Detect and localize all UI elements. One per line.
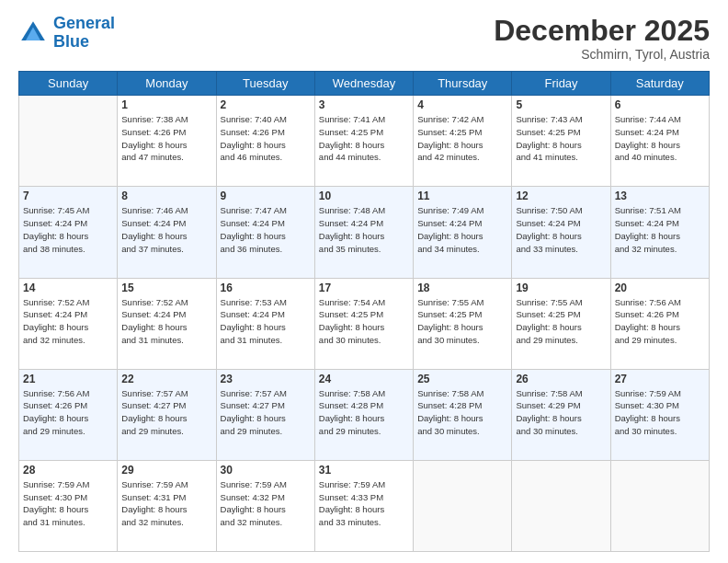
day-info: Sunrise: 7:54 AMSunset: 4:25 PMDaylight:… (319, 296, 409, 347)
day-number: 21 (23, 373, 113, 385)
day-info: Sunrise: 7:40 AMSunset: 4:26 PMDaylight:… (221, 113, 311, 164)
logo-line1: General (53, 14, 115, 32)
table-cell: 3Sunrise: 7:41 AMSunset: 4:25 PMDaylight… (314, 96, 413, 187)
day-info: Sunrise: 7:58 AMSunset: 4:29 PMDaylight:… (516, 387, 606, 438)
table-cell: 28Sunrise: 7:59 AMSunset: 4:30 PMDayligh… (19, 460, 118, 551)
calendar-week-row: 1Sunrise: 7:38 AMSunset: 4:26 PMDaylight… (19, 96, 710, 187)
table-cell: 14Sunrise: 7:52 AMSunset: 4:24 PMDayligh… (19, 278, 118, 369)
table-cell: 1Sunrise: 7:38 AMSunset: 4:26 PMDaylight… (118, 96, 216, 187)
day-info: Sunrise: 7:50 AMSunset: 4:24 PMDaylight:… (516, 204, 606, 255)
table-cell (414, 460, 512, 551)
day-number: 1 (121, 98, 211, 111)
day-number: 19 (516, 282, 606, 294)
table-cell (610, 460, 709, 551)
table-cell: 29Sunrise: 7:59 AMSunset: 4:31 PMDayligh… (118, 460, 216, 551)
day-number: 16 (221, 282, 311, 294)
day-info: Sunrise: 7:48 AMSunset: 4:24 PMDaylight:… (319, 204, 409, 255)
day-number: 9 (221, 190, 311, 202)
day-info: Sunrise: 7:55 AMSunset: 4:25 PMDaylight:… (516, 296, 606, 347)
day-number: 27 (615, 373, 705, 385)
calendar-table: Sunday Monday Tuesday Wednesday Thursday… (18, 71, 710, 552)
day-number: 12 (516, 190, 606, 202)
table-cell: 24Sunrise: 7:58 AMSunset: 4:28 PMDayligh… (314, 369, 413, 460)
table-cell: 25Sunrise: 7:58 AMSunset: 4:28 PMDayligh… (414, 369, 512, 460)
logo-icon (18, 18, 48, 48)
table-cell: 22Sunrise: 7:57 AMSunset: 4:27 PMDayligh… (118, 369, 216, 460)
table-cell: 13Sunrise: 7:51 AMSunset: 4:24 PMDayligh… (610, 187, 709, 278)
calendar-week-row: 7Sunrise: 7:45 AMSunset: 4:24 PMDaylight… (19, 187, 710, 278)
col-monday: Monday (118, 72, 216, 96)
day-number: 4 (417, 98, 507, 111)
day-info: Sunrise: 7:57 AMSunset: 4:27 PMDaylight:… (221, 387, 311, 438)
table-cell: 4Sunrise: 7:42 AMSunset: 4:25 PMDaylight… (414, 96, 512, 187)
day-info: Sunrise: 7:59 AMSunset: 4:31 PMDaylight:… (121, 478, 211, 529)
day-number: 11 (417, 190, 507, 202)
day-info: Sunrise: 7:49 AMSunset: 4:24 PMDaylight:… (417, 204, 507, 255)
day-number: 29 (121, 464, 211, 477)
day-number: 13 (615, 190, 705, 202)
day-info: Sunrise: 7:47 AMSunset: 4:24 PMDaylight:… (221, 204, 311, 255)
day-number: 23 (221, 373, 311, 385)
calendar-week-row: 21Sunrise: 7:56 AMSunset: 4:26 PMDayligh… (19, 369, 710, 460)
day-number: 2 (221, 98, 311, 111)
day-info: Sunrise: 7:43 AMSunset: 4:25 PMDaylight:… (516, 113, 606, 164)
table-cell: 16Sunrise: 7:53 AMSunset: 4:24 PMDayligh… (216, 278, 314, 369)
table-cell: 18Sunrise: 7:55 AMSunset: 4:25 PMDayligh… (414, 278, 512, 369)
day-number: 20 (615, 282, 705, 294)
day-info: Sunrise: 7:44 AMSunset: 4:24 PMDaylight:… (615, 113, 705, 164)
day-info: Sunrise: 7:41 AMSunset: 4:25 PMDaylight:… (319, 113, 409, 164)
logo-text: General Blue (53, 15, 115, 52)
day-number: 26 (516, 373, 606, 385)
calendar-header-row: Sunday Monday Tuesday Wednesday Thursday… (19, 72, 710, 96)
table-cell: 26Sunrise: 7:58 AMSunset: 4:29 PMDayligh… (512, 369, 610, 460)
day-number: 5 (516, 98, 606, 111)
table-cell (19, 96, 118, 187)
day-info: Sunrise: 7:59 AMSunset: 4:33 PMDaylight:… (319, 478, 409, 529)
table-cell: 7Sunrise: 7:45 AMSunset: 4:24 PMDaylight… (19, 187, 118, 278)
table-cell (512, 460, 610, 551)
table-cell: 23Sunrise: 7:57 AMSunset: 4:27 PMDayligh… (216, 369, 314, 460)
col-thursday: Thursday (414, 72, 512, 96)
day-info: Sunrise: 7:59 AMSunset: 4:30 PMDaylight:… (23, 478, 113, 529)
table-cell: 2Sunrise: 7:40 AMSunset: 4:26 PMDaylight… (216, 96, 314, 187)
table-cell: 17Sunrise: 7:54 AMSunset: 4:25 PMDayligh… (314, 278, 413, 369)
day-info: Sunrise: 7:56 AMSunset: 4:26 PMDaylight:… (23, 387, 113, 438)
day-number: 22 (121, 373, 211, 385)
day-info: Sunrise: 7:45 AMSunset: 4:24 PMDaylight:… (23, 204, 113, 255)
day-number: 17 (319, 282, 409, 294)
table-cell: 30Sunrise: 7:59 AMSunset: 4:32 PMDayligh… (216, 460, 314, 551)
day-number: 25 (417, 373, 507, 385)
table-cell: 27Sunrise: 7:59 AMSunset: 4:30 PMDayligh… (610, 369, 709, 460)
day-info: Sunrise: 7:42 AMSunset: 4:25 PMDaylight:… (417, 113, 507, 164)
table-cell: 11Sunrise: 7:49 AMSunset: 4:24 PMDayligh… (414, 187, 512, 278)
table-cell: 5Sunrise: 7:43 AMSunset: 4:25 PMDaylight… (512, 96, 610, 187)
title-block: December 2025 Schmirn, Tyrol, Austria (494, 15, 710, 62)
day-number: 14 (23, 282, 113, 294)
day-number: 30 (221, 464, 311, 477)
table-cell: 20Sunrise: 7:56 AMSunset: 4:26 PMDayligh… (610, 278, 709, 369)
col-wednesday: Wednesday (314, 72, 413, 96)
day-number: 7 (23, 190, 113, 202)
day-number: 15 (121, 282, 211, 294)
day-info: Sunrise: 7:38 AMSunset: 4:26 PMDaylight:… (121, 113, 211, 164)
table-cell: 8Sunrise: 7:46 AMSunset: 4:24 PMDaylight… (118, 187, 216, 278)
day-number: 3 (319, 98, 409, 111)
day-info: Sunrise: 7:56 AMSunset: 4:26 PMDaylight:… (615, 296, 705, 347)
logo: General Blue (18, 15, 115, 52)
day-number: 8 (121, 190, 211, 202)
day-info: Sunrise: 7:52 AMSunset: 4:24 PMDaylight:… (121, 296, 211, 347)
day-number: 24 (319, 373, 409, 385)
col-friday: Friday (512, 72, 610, 96)
col-sunday: Sunday (19, 72, 118, 96)
page: General Blue December 2025 Schmirn, Tyro… (0, 0, 728, 563)
table-cell: 15Sunrise: 7:52 AMSunset: 4:24 PMDayligh… (118, 278, 216, 369)
table-cell: 19Sunrise: 7:55 AMSunset: 4:25 PMDayligh… (512, 278, 610, 369)
table-cell: 31Sunrise: 7:59 AMSunset: 4:33 PMDayligh… (314, 460, 413, 551)
day-info: Sunrise: 7:59 AMSunset: 4:30 PMDaylight:… (615, 387, 705, 438)
day-info: Sunrise: 7:51 AMSunset: 4:24 PMDaylight:… (615, 204, 705, 255)
col-saturday: Saturday (610, 72, 709, 96)
day-number: 10 (319, 190, 409, 202)
day-info: Sunrise: 7:55 AMSunset: 4:25 PMDaylight:… (417, 296, 507, 347)
day-info: Sunrise: 7:53 AMSunset: 4:24 PMDaylight:… (221, 296, 311, 347)
logo-line2: Blue (53, 32, 89, 51)
